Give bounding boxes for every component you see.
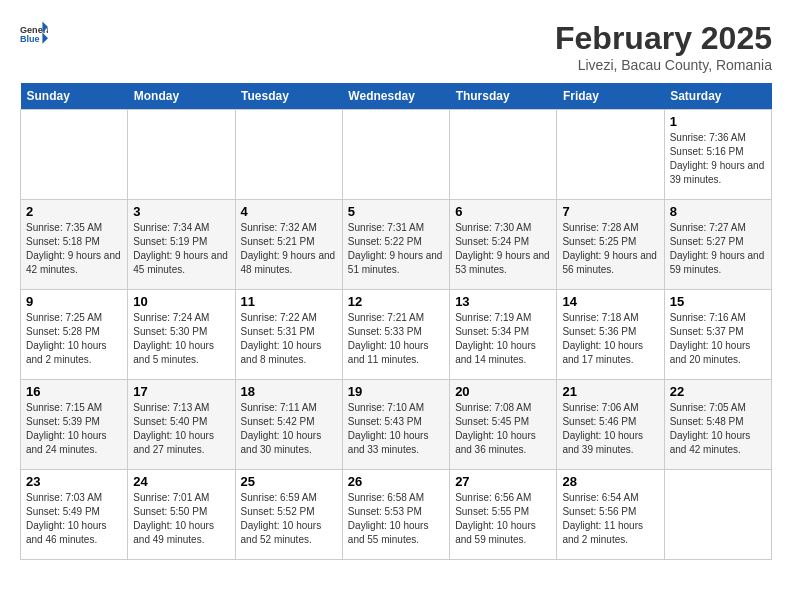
day-info: Sunrise: 7:28 AM Sunset: 5:25 PM Dayligh… [562,221,658,277]
calendar-cell: 15Sunrise: 7:16 AM Sunset: 5:37 PM Dayli… [664,290,771,380]
day-info: Sunrise: 7:15 AM Sunset: 5:39 PM Dayligh… [26,401,122,457]
day-info: Sunrise: 7:32 AM Sunset: 5:21 PM Dayligh… [241,221,337,277]
calendar-subtitle: Livezi, Bacau County, Romania [555,57,772,73]
calendar-cell: 17Sunrise: 7:13 AM Sunset: 5:40 PM Dayli… [128,380,235,470]
day-info: Sunrise: 7:21 AM Sunset: 5:33 PM Dayligh… [348,311,444,367]
day-number: 1 [670,114,766,129]
day-number: 28 [562,474,658,489]
calendar-cell: 26Sunrise: 6:58 AM Sunset: 5:53 PM Dayli… [342,470,449,560]
day-info: Sunrise: 7:27 AM Sunset: 5:27 PM Dayligh… [670,221,766,277]
day-info: Sunrise: 7:31 AM Sunset: 5:22 PM Dayligh… [348,221,444,277]
calendar-cell: 12Sunrise: 7:21 AM Sunset: 5:33 PM Dayli… [342,290,449,380]
weekday-header-friday: Friday [557,83,664,110]
day-number: 15 [670,294,766,309]
day-number: 20 [455,384,551,399]
day-number: 21 [562,384,658,399]
day-number: 16 [26,384,122,399]
day-info: Sunrise: 7:16 AM Sunset: 5:37 PM Dayligh… [670,311,766,367]
day-info: Sunrise: 7:36 AM Sunset: 5:16 PM Dayligh… [670,131,766,187]
calendar-cell: 5Sunrise: 7:31 AM Sunset: 5:22 PM Daylig… [342,200,449,290]
calendar-title: February 2025 [555,20,772,57]
calendar-cell: 7Sunrise: 7:28 AM Sunset: 5:25 PM Daylig… [557,200,664,290]
day-info: Sunrise: 7:35 AM Sunset: 5:18 PM Dayligh… [26,221,122,277]
day-info: Sunrise: 7:24 AM Sunset: 5:30 PM Dayligh… [133,311,229,367]
calendar-cell: 24Sunrise: 7:01 AM Sunset: 5:50 PM Dayli… [128,470,235,560]
calendar-cell: 20Sunrise: 7:08 AM Sunset: 5:45 PM Dayli… [450,380,557,470]
day-number: 11 [241,294,337,309]
calendar-cell: 6Sunrise: 7:30 AM Sunset: 5:24 PM Daylig… [450,200,557,290]
day-number: 24 [133,474,229,489]
calendar-cell: 27Sunrise: 6:56 AM Sunset: 5:55 PM Dayli… [450,470,557,560]
weekday-header-monday: Monday [128,83,235,110]
calendar-cell: 19Sunrise: 7:10 AM Sunset: 5:43 PM Dayli… [342,380,449,470]
day-number: 22 [670,384,766,399]
day-number: 4 [241,204,337,219]
day-info: Sunrise: 7:08 AM Sunset: 5:45 PM Dayligh… [455,401,551,457]
day-number: 7 [562,204,658,219]
calendar-cell: 13Sunrise: 7:19 AM Sunset: 5:34 PM Dayli… [450,290,557,380]
logo: General Blue [20,20,48,48]
calendar-table: SundayMondayTuesdayWednesdayThursdayFrid… [20,83,772,560]
day-info: Sunrise: 7:01 AM Sunset: 5:50 PM Dayligh… [133,491,229,547]
calendar-cell: 10Sunrise: 7:24 AM Sunset: 5:30 PM Dayli… [128,290,235,380]
day-info: Sunrise: 7:03 AM Sunset: 5:49 PM Dayligh… [26,491,122,547]
calendar-cell: 28Sunrise: 6:54 AM Sunset: 5:56 PM Dayli… [557,470,664,560]
calendar-cell: 11Sunrise: 7:22 AM Sunset: 5:31 PM Dayli… [235,290,342,380]
day-number: 2 [26,204,122,219]
day-info: Sunrise: 7:05 AM Sunset: 5:48 PM Dayligh… [670,401,766,457]
calendar-cell [557,110,664,200]
day-info: Sunrise: 6:56 AM Sunset: 5:55 PM Dayligh… [455,491,551,547]
calendar-cell: 21Sunrise: 7:06 AM Sunset: 5:46 PM Dayli… [557,380,664,470]
day-number: 3 [133,204,229,219]
day-number: 19 [348,384,444,399]
day-number: 9 [26,294,122,309]
calendar-cell: 25Sunrise: 6:59 AM Sunset: 5:52 PM Dayli… [235,470,342,560]
calendar-cell: 3Sunrise: 7:34 AM Sunset: 5:19 PM Daylig… [128,200,235,290]
day-info: Sunrise: 6:54 AM Sunset: 5:56 PM Dayligh… [562,491,658,547]
calendar-cell: 14Sunrise: 7:18 AM Sunset: 5:36 PM Dayli… [557,290,664,380]
logo-icon: General Blue [20,20,48,48]
calendar-cell: 9Sunrise: 7:25 AM Sunset: 5:28 PM Daylig… [21,290,128,380]
calendar-cell: 2Sunrise: 7:35 AM Sunset: 5:18 PM Daylig… [21,200,128,290]
day-number: 17 [133,384,229,399]
calendar-cell [235,110,342,200]
calendar-cell [664,470,771,560]
day-info: Sunrise: 7:18 AM Sunset: 5:36 PM Dayligh… [562,311,658,367]
calendar-header: SundayMondayTuesdayWednesdayThursdayFrid… [21,83,772,110]
day-info: Sunrise: 7:06 AM Sunset: 5:46 PM Dayligh… [562,401,658,457]
weekday-header-saturday: Saturday [664,83,771,110]
weekday-header-thursday: Thursday [450,83,557,110]
day-info: Sunrise: 7:13 AM Sunset: 5:40 PM Dayligh… [133,401,229,457]
calendar-cell [450,110,557,200]
day-info: Sunrise: 7:25 AM Sunset: 5:28 PM Dayligh… [26,311,122,367]
day-info: Sunrise: 7:22 AM Sunset: 5:31 PM Dayligh… [241,311,337,367]
page-header: General Blue February 2025 Livezi, Bacau… [20,20,772,73]
day-info: Sunrise: 7:10 AM Sunset: 5:43 PM Dayligh… [348,401,444,457]
weekday-header-wednesday: Wednesday [342,83,449,110]
day-number: 18 [241,384,337,399]
day-info: Sunrise: 7:34 AM Sunset: 5:19 PM Dayligh… [133,221,229,277]
day-number: 26 [348,474,444,489]
day-info: Sunrise: 7:30 AM Sunset: 5:24 PM Dayligh… [455,221,551,277]
day-info: Sunrise: 6:58 AM Sunset: 5:53 PM Dayligh… [348,491,444,547]
calendar-cell: 4Sunrise: 7:32 AM Sunset: 5:21 PM Daylig… [235,200,342,290]
day-number: 10 [133,294,229,309]
svg-text:Blue: Blue [20,34,40,44]
calendar-cell: 8Sunrise: 7:27 AM Sunset: 5:27 PM Daylig… [664,200,771,290]
day-info: Sunrise: 7:11 AM Sunset: 5:42 PM Dayligh… [241,401,337,457]
day-number: 27 [455,474,551,489]
day-info: Sunrise: 7:19 AM Sunset: 5:34 PM Dayligh… [455,311,551,367]
calendar-cell [21,110,128,200]
calendar-cell: 23Sunrise: 7:03 AM Sunset: 5:49 PM Dayli… [21,470,128,560]
day-number: 23 [26,474,122,489]
day-number: 6 [455,204,551,219]
calendar-cell: 16Sunrise: 7:15 AM Sunset: 5:39 PM Dayli… [21,380,128,470]
day-number: 5 [348,204,444,219]
day-number: 12 [348,294,444,309]
title-block: February 2025 Livezi, Bacau County, Roma… [555,20,772,73]
calendar-cell: 1Sunrise: 7:36 AM Sunset: 5:16 PM Daylig… [664,110,771,200]
day-number: 14 [562,294,658,309]
calendar-cell: 18Sunrise: 7:11 AM Sunset: 5:42 PM Dayli… [235,380,342,470]
day-number: 8 [670,204,766,219]
calendar-cell [128,110,235,200]
